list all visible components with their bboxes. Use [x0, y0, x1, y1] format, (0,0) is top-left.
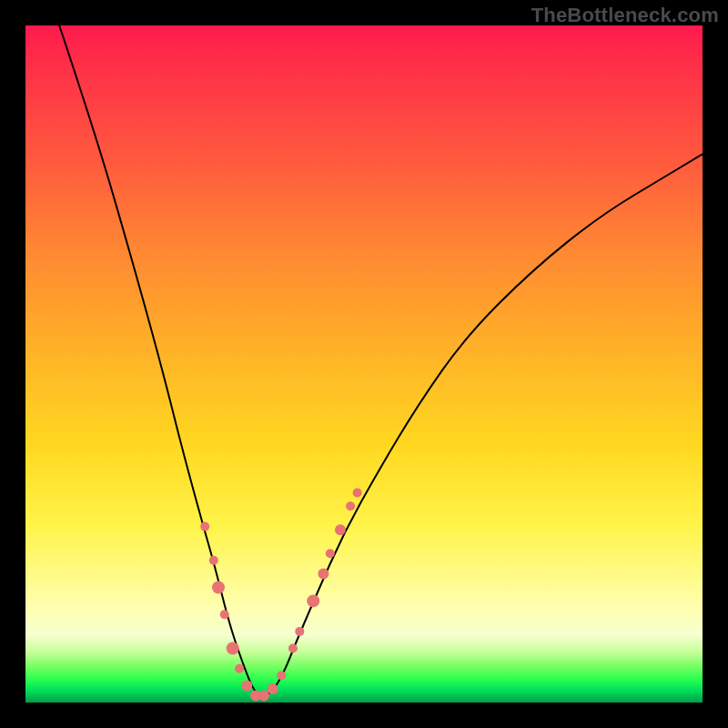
curve-marker — [220, 610, 229, 619]
watermark-text: TheBottleneck.com — [531, 4, 719, 27]
curve-marker — [295, 627, 304, 636]
curve-marker — [258, 691, 269, 702]
curve-marker — [268, 683, 278, 694]
curve-marker — [235, 664, 244, 673]
plot-area — [25, 25, 703, 703]
curve-marker — [326, 549, 335, 558]
curve-marker — [288, 644, 298, 653]
curve-marker — [212, 581, 225, 594]
curve-marker — [241, 680, 252, 691]
curve-marker — [209, 556, 218, 565]
curve-marker — [307, 594, 319, 607]
bottleneck-curve — [59, 25, 703, 696]
curve-marker — [335, 524, 346, 535]
curve-marker — [277, 671, 286, 680]
curve-marker — [353, 488, 362, 497]
chart-frame: TheBottleneck.com — [0, 0, 728, 728]
curve-svg — [25, 25, 703, 703]
curve-marker — [318, 569, 329, 580]
curve-marker — [227, 642, 239, 655]
curve-marker — [346, 501, 355, 511]
marker-group — [200, 488, 361, 701]
curve-marker — [200, 522, 209, 531]
